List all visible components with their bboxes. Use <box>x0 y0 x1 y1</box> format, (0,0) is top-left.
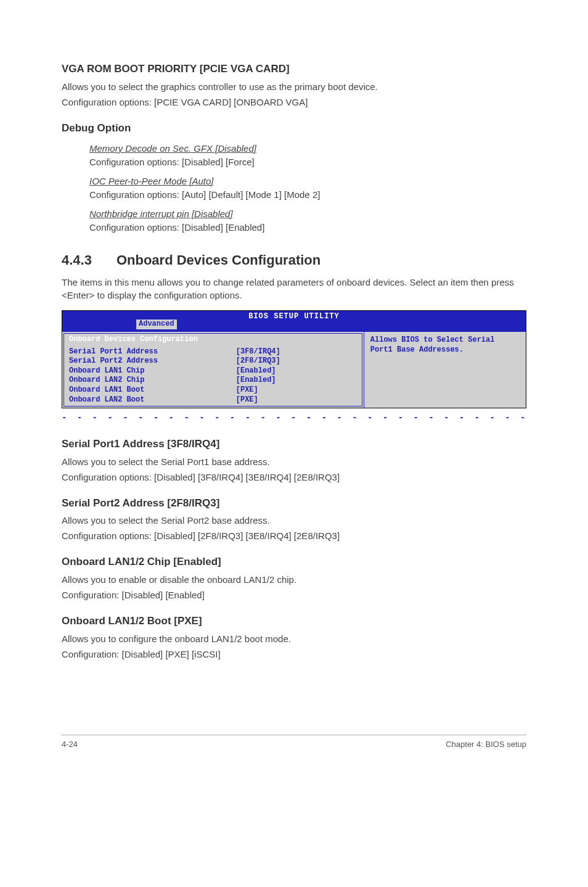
text: Allows you to select the Serial Port1 ba… <box>62 455 526 468</box>
section-number: 4.4.3 <box>62 251 92 270</box>
heading-vga-rom: VGA ROM BOOT PRIORITY [PCIE VGA CARD] <box>62 62 526 76</box>
bios-row-label: Onboard LAN2 Boot <box>69 395 236 405</box>
text: The items in this menu allows you to cha… <box>62 276 526 302</box>
bios-header: BIOS SETUP UTILITY Advanced <box>62 311 526 332</box>
debug-option-list: Memory Decode on Sec. GFX [Disabled] Con… <box>89 142 526 234</box>
text: Configuration options: [Auto] [Default] … <box>89 188 526 201</box>
heading-lan-chip: Onboard LAN1/2 Chip [Enabled] <box>62 555 526 569</box>
bios-row-label: Onboard LAN1 Chip <box>69 366 236 376</box>
dashed-divider: - - - - - - - - - - - - - - - - - - - - … <box>62 412 526 424</box>
heading-lan-boot: Onboard LAN1/2 Boot [PXE] <box>62 614 526 629</box>
section-title: Onboard Devices Configuration <box>116 252 321 268</box>
heading-debug-option: Debug Option <box>62 121 526 136</box>
bios-row-label: Onboard LAN1 Boot <box>69 386 236 395</box>
text: Allows you to select the graphics contro… <box>62 80 526 93</box>
text: Configuration options: [Disabled] [3F8/I… <box>62 471 526 484</box>
bios-title: BIOS SETUP UTILITY <box>66 312 522 322</box>
heading-serial-port2: Serial Port2 Address [2F8/IRQ3] <box>62 496 526 511</box>
text: Configuration options: [Disabled] [Enabl… <box>89 221 526 234</box>
bios-row-value: [Enabled] <box>236 376 357 386</box>
subheading: IOC Peer-to-Peer Mode [Auto] <box>89 175 526 188</box>
bios-row: Onboard LAN1 Chip [Enabled] <box>69 366 357 376</box>
bios-row-value: [2F8/IRQ3] <box>236 357 357 366</box>
text: Configuration options: [Disabled] [2F8/I… <box>62 529 526 542</box>
page-footer: 4-24 Chapter 4: BIOS setup <box>62 735 526 750</box>
chapter-label: Chapter 4: BIOS setup <box>446 739 526 750</box>
text: Configuration: [Disabled] [PXE] [iSCSI] <box>62 648 526 661</box>
text: Configuration options: [Disabled] [Force… <box>89 155 526 168</box>
heading-onboard-devices: 4.4.3Onboard Devices Configuration <box>62 251 526 270</box>
bios-panel-title: Onboard Devices Configuration <box>69 335 357 345</box>
bios-row: Onboard LAN1 Boot [PXE] <box>69 386 357 395</box>
text: Configuration options: [PCIE VGA CARD] [… <box>62 96 526 109</box>
bios-screenshot: BIOS SETUP UTILITY Advanced Onboard Devi… <box>62 310 526 408</box>
subheading: Memory Decode on Sec. GFX [Disabled] <box>89 142 526 155</box>
bios-tab-advanced: Advanced <box>136 320 177 329</box>
text: Configuration: [Disabled] [Enabled] <box>62 588 526 601</box>
bios-row-value: [PXE] <box>236 395 357 405</box>
bios-row-label: Serial Port2 Address <box>69 357 236 366</box>
page-number: 4-24 <box>62 739 78 750</box>
bios-body: Onboard Devices Configuration Serial Por… <box>62 332 526 408</box>
bios-row-value: [3F8/IRQ4] <box>236 347 357 357</box>
text: Allows you to select the Serial Port2 ba… <box>62 514 526 527</box>
bios-row-label: Onboard LAN2 Chip <box>69 376 236 386</box>
bios-row: Serial Port1 Address [3F8/IRQ4] <box>69 347 357 357</box>
text: Allows you to enable or disable the onbo… <box>62 573 526 586</box>
heading-serial-port1: Serial Port1 Address [3F8/IRQ4] <box>62 437 526 452</box>
bios-row: Serial Port2 Address [2F8/IRQ3] <box>69 357 357 366</box>
bios-row-value: [PXE] <box>236 386 357 395</box>
bios-row-label: Serial Port1 Address <box>69 347 236 357</box>
bios-help-panel: Allows BIOS to Select Serial Port1 Base … <box>364 332 526 408</box>
bios-row: Onboard LAN2 Chip [Enabled] <box>69 376 357 386</box>
bios-row: Onboard LAN2 Boot [PXE] <box>69 395 357 405</box>
subheading: Northbridge interrupt pin [Disabled] <box>89 207 526 220</box>
bios-left-panel: Onboard Devices Configuration Serial Por… <box>62 332 364 408</box>
bios-row-value: [Enabled] <box>236 366 357 376</box>
text: Allows you to configure the onboard LAN1… <box>62 632 526 645</box>
